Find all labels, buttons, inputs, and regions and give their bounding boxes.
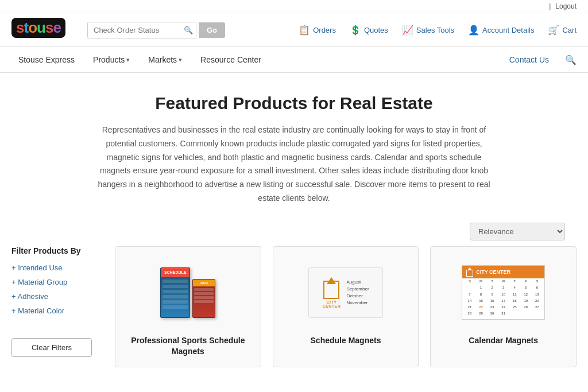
products-grid: SCHEDULE 2024	[115, 246, 577, 367]
header: stouse 🔍 Go 📋 Orders 💲 Quotes 📈 Sales To…	[0, 13, 588, 47]
cart-icon: 🛒	[548, 25, 559, 36]
nav-markets-label: Markets	[148, 55, 177, 64]
nav-icons: 📋 Orders 💲 Quotes 📈 Sales Tools 👤 Accoun…	[299, 25, 577, 36]
orders-label: Orders	[313, 26, 336, 34]
account-details-link[interactable]: 👤 Account Details	[468, 25, 534, 36]
content-area: Filter Products By + Intended Use + Mate…	[0, 246, 588, 390]
logo[interactable]: stouse	[11, 18, 69, 42]
logo-letter-t: t	[24, 19, 28, 36]
filter-material-color[interactable]: + Material Color	[11, 306, 103, 315]
sales-tools-link[interactable]: 📈 Sales Tools	[402, 25, 454, 36]
orders-link[interactable]: 📋 Orders	[299, 25, 336, 36]
contact-us-link[interactable]: Contact Us	[502, 47, 556, 72]
search-icon: 🔍	[184, 26, 193, 34]
quotes-label: Quotes	[364, 26, 388, 34]
product-card-2[interactable]: CITY CENTER August September October Nov…	[273, 246, 419, 367]
search-area: 🔍 Go	[87, 22, 225, 38]
nav-search-icon[interactable]: 🔍	[565, 55, 577, 65]
product-image-1: SCHEDULE 2024	[125, 258, 252, 327]
sort-select[interactable]: Relevance Price: Low to High Price: High…	[470, 223, 565, 240]
logo-letter-s: s	[16, 19, 24, 36]
account-details-label: Account Details	[482, 26, 534, 34]
sales-tools-label: Sales Tools	[416, 26, 454, 34]
filter-adhesive[interactable]: + Adhesive	[11, 292, 103, 301]
nav-resource-center[interactable]: Resource Center	[194, 47, 268, 72]
filter-intended-use[interactable]: + Intended Use	[11, 263, 103, 272]
orders-icon: 📋	[299, 25, 310, 36]
filter-material-group[interactable]: + Material Group	[11, 278, 103, 286]
product-name-2: Schedule Magnets	[311, 335, 381, 347]
cart-label: Cart	[562, 26, 577, 34]
top-bar: | Logout	[0, 0, 588, 13]
logout-link[interactable]: Logout	[555, 2, 577, 10]
filter-title: Filter Products By	[11, 246, 103, 255]
hero-section: Featured Products for Real Estate Repres…	[0, 73, 588, 217]
quotes-link[interactable]: 💲 Quotes	[350, 25, 388, 36]
cart-link[interactable]: 🛒 Cart	[548, 25, 577, 36]
products-chevron-icon: ▾	[126, 56, 130, 64]
quotes-icon: 💲	[350, 25, 361, 36]
product-name-1: Professional Sports Schedule Magnets	[125, 335, 252, 358]
product-card-3[interactable]: CITY CENTER S M T W T F S 1 2 3	[430, 246, 577, 367]
account-icon: 👤	[468, 25, 479, 36]
sales-tools-icon: 📈	[402, 25, 413, 36]
main-nav-right: Contact Us 🔍	[502, 47, 577, 72]
sidebar: Filter Products By + Intended Use + Mate…	[11, 246, 103, 367]
hero-description: Representatives and businesses in the re…	[93, 123, 495, 205]
search-input-wrap: 🔍	[87, 22, 196, 38]
clear-filters-button[interactable]: Clear Filters	[11, 338, 92, 357]
nav-products[interactable]: Products ▾	[86, 47, 137, 72]
logo-letter-s2: s	[45, 19, 53, 36]
nav-stouse-express[interactable]: Stouse Express	[11, 47, 82, 72]
logo-letter-u: u	[37, 19, 45, 36]
go-button[interactable]: Go	[199, 22, 225, 38]
logo-letter-e: e	[53, 19, 60, 36]
markets-chevron-icon: ▾	[179, 56, 182, 64]
logo-letter-o: o	[28, 19, 37, 36]
product-image-2: CITY CENTER August September October Nov…	[283, 258, 409, 327]
search-input[interactable]	[87, 22, 196, 38]
product-image-3: CITY CENTER S M T W T F S 1 2 3	[440, 258, 567, 327]
main-nav: Stouse Express Products ▾ Markets ▾ Reso…	[0, 47, 588, 73]
page-title: Featured Products for Real Estate	[34, 94, 554, 113]
nav-products-label: Products	[93, 55, 125, 64]
product-name-3: Calendar Magnets	[469, 335, 538, 347]
nav-markets[interactable]: Markets ▾	[141, 47, 189, 72]
sort-row: Relevance Price: Low to High Price: High…	[0, 217, 588, 246]
product-card-1[interactable]: SCHEDULE 2024	[115, 246, 261, 367]
separator: |	[549, 2, 551, 10]
